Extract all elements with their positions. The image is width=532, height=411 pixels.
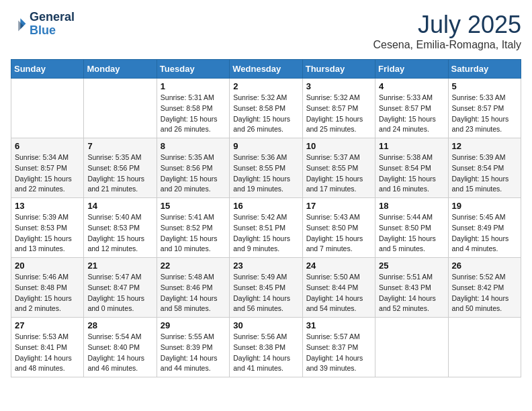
day-number: 16 bbox=[233, 201, 298, 211]
calendar-cell: 27Sunrise: 5:53 AM Sunset: 8:41 PM Dayli… bbox=[11, 318, 84, 377]
calendar-cell: 20Sunrise: 5:46 AM Sunset: 8:48 PM Dayli… bbox=[11, 258, 84, 318]
day-number: 26 bbox=[452, 261, 517, 271]
day-number: 15 bbox=[161, 201, 226, 211]
logo-text: General Blue bbox=[30, 11, 75, 38]
month-title: July 2025 bbox=[373, 11, 521, 39]
day-info: Sunrise: 5:33 AM Sunset: 8:57 PM Dayligh… bbox=[452, 93, 517, 135]
calendar-week-row: 6Sunrise: 5:34 AM Sunset: 8:57 PM Daylig… bbox=[11, 138, 521, 198]
day-of-week-header: Tuesday bbox=[157, 60, 229, 79]
calendar-week-row: 27Sunrise: 5:53 AM Sunset: 8:41 PM Dayli… bbox=[11, 318, 521, 377]
day-number: 14 bbox=[87, 201, 152, 211]
day-info: Sunrise: 5:53 AM Sunset: 8:41 PM Dayligh… bbox=[15, 332, 80, 374]
day-of-week-header: Wednesday bbox=[230, 60, 302, 79]
calendar-cell: 29Sunrise: 5:55 AM Sunset: 8:39 PM Dayli… bbox=[157, 318, 229, 377]
day-number: 27 bbox=[15, 320, 80, 330]
day-info: Sunrise: 5:46 AM Sunset: 8:48 PM Dayligh… bbox=[15, 272, 80, 314]
day-number: 5 bbox=[452, 81, 517, 91]
calendar-cell: 8Sunrise: 5:35 AM Sunset: 8:56 PM Daylig… bbox=[157, 138, 229, 198]
calendar-cell: 30Sunrise: 5:56 AM Sunset: 8:38 PM Dayli… bbox=[230, 318, 302, 377]
day-info: Sunrise: 5:47 AM Sunset: 8:47 PM Dayligh… bbox=[87, 272, 152, 314]
day-of-week-header: Thursday bbox=[302, 60, 375, 79]
calendar-cell: 6Sunrise: 5:34 AM Sunset: 8:57 PM Daylig… bbox=[11, 138, 84, 198]
day-info: Sunrise: 5:34 AM Sunset: 8:57 PM Dayligh… bbox=[15, 152, 80, 195]
logo-icon bbox=[11, 16, 27, 32]
day-of-week-header: Saturday bbox=[448, 60, 521, 79]
calendar-cell: 5Sunrise: 5:33 AM Sunset: 8:57 PM Daylig… bbox=[448, 79, 521, 138]
day-number: 1 bbox=[161, 81, 226, 91]
calendar-cell: 23Sunrise: 5:49 AM Sunset: 8:45 PM Dayli… bbox=[230, 258, 302, 318]
calendar-cell: 21Sunrise: 5:47 AM Sunset: 8:47 PM Dayli… bbox=[84, 258, 157, 318]
day-number: 11 bbox=[379, 141, 444, 151]
day-number: 30 bbox=[233, 320, 298, 330]
location-title: Cesena, Emilia-Romagna, Italy bbox=[373, 39, 521, 51]
calendar-cell: 11Sunrise: 5:38 AM Sunset: 8:54 PM Dayli… bbox=[375, 138, 448, 198]
calendar-cell: 31Sunrise: 5:57 AM Sunset: 8:37 PM Dayli… bbox=[302, 318, 375, 377]
calendar-week-row: 13Sunrise: 5:39 AM Sunset: 8:53 PM Dayli… bbox=[11, 198, 521, 258]
day-info: Sunrise: 5:50 AM Sunset: 8:44 PM Dayligh… bbox=[306, 272, 371, 314]
day-number: 18 bbox=[379, 201, 444, 211]
day-info: Sunrise: 5:52 AM Sunset: 8:42 PM Dayligh… bbox=[452, 272, 517, 314]
calendar-cell: 1Sunrise: 5:31 AM Sunset: 8:58 PM Daylig… bbox=[157, 79, 229, 138]
day-info: Sunrise: 5:35 AM Sunset: 8:56 PM Dayligh… bbox=[87, 152, 152, 195]
calendar-cell: 9Sunrise: 5:36 AM Sunset: 8:55 PM Daylig… bbox=[230, 138, 302, 198]
day-number: 29 bbox=[161, 320, 226, 330]
day-number: 12 bbox=[452, 141, 517, 151]
day-number: 6 bbox=[15, 141, 80, 151]
calendar-cell: 13Sunrise: 5:39 AM Sunset: 8:53 PM Dayli… bbox=[11, 198, 84, 258]
day-info: Sunrise: 5:36 AM Sunset: 8:55 PM Dayligh… bbox=[233, 152, 298, 195]
day-number: 31 bbox=[306, 320, 371, 330]
day-number: 28 bbox=[87, 320, 152, 330]
day-info: Sunrise: 5:48 AM Sunset: 8:46 PM Dayligh… bbox=[161, 272, 226, 314]
day-number: 23 bbox=[233, 261, 298, 271]
day-info: Sunrise: 5:33 AM Sunset: 8:57 PM Dayligh… bbox=[379, 93, 444, 135]
day-info: Sunrise: 5:32 AM Sunset: 8:57 PM Dayligh… bbox=[306, 93, 371, 135]
day-number: 21 bbox=[87, 261, 152, 271]
calendar-cell: 28Sunrise: 5:54 AM Sunset: 8:40 PM Dayli… bbox=[84, 318, 157, 377]
page-header: General Blue July 2025 Cesena, Emilia-Ro… bbox=[11, 11, 521, 51]
day-number: 22 bbox=[161, 261, 226, 271]
day-number: 2 bbox=[233, 81, 298, 91]
day-info: Sunrise: 5:44 AM Sunset: 8:50 PM Dayligh… bbox=[379, 212, 444, 255]
calendar-table: SundayMondayTuesdayWednesdayThursdayFrid… bbox=[11, 59, 521, 377]
day-number: 10 bbox=[306, 141, 371, 151]
day-number: 20 bbox=[15, 261, 80, 271]
calendar-cell: 22Sunrise: 5:48 AM Sunset: 8:46 PM Dayli… bbox=[157, 258, 229, 318]
logo-general: General bbox=[30, 10, 75, 24]
day-info: Sunrise: 5:39 AM Sunset: 8:54 PM Dayligh… bbox=[452, 152, 517, 195]
day-info: Sunrise: 5:49 AM Sunset: 8:45 PM Dayligh… bbox=[233, 272, 298, 314]
day-info: Sunrise: 5:56 AM Sunset: 8:38 PM Dayligh… bbox=[233, 332, 298, 374]
calendar-cell: 17Sunrise: 5:43 AM Sunset: 8:50 PM Dayli… bbox=[302, 198, 375, 258]
calendar-cell: 7Sunrise: 5:35 AM Sunset: 8:56 PM Daylig… bbox=[84, 138, 157, 198]
calendar-cell: 12Sunrise: 5:39 AM Sunset: 8:54 PM Dayli… bbox=[448, 138, 521, 198]
day-info: Sunrise: 5:55 AM Sunset: 8:39 PM Dayligh… bbox=[161, 332, 226, 374]
logo-blue: Blue bbox=[30, 24, 56, 37]
day-info: Sunrise: 5:32 AM Sunset: 8:58 PM Dayligh… bbox=[233, 93, 298, 135]
calendar-cell bbox=[375, 318, 448, 377]
day-info: Sunrise: 5:31 AM Sunset: 8:58 PM Dayligh… bbox=[161, 93, 226, 135]
calendar-cell: 3Sunrise: 5:32 AM Sunset: 8:57 PM Daylig… bbox=[302, 79, 375, 138]
day-info: Sunrise: 5:35 AM Sunset: 8:56 PM Dayligh… bbox=[161, 152, 226, 195]
calendar-header-row: SundayMondayTuesdayWednesdayThursdayFrid… bbox=[11, 60, 521, 79]
day-number: 19 bbox=[452, 201, 517, 211]
day-number: 7 bbox=[87, 141, 152, 151]
day-of-week-header: Monday bbox=[84, 60, 157, 79]
calendar-cell: 15Sunrise: 5:41 AM Sunset: 8:52 PM Dayli… bbox=[157, 198, 229, 258]
day-info: Sunrise: 5:40 AM Sunset: 8:53 PM Dayligh… bbox=[87, 212, 152, 255]
day-info: Sunrise: 5:42 AM Sunset: 8:51 PM Dayligh… bbox=[233, 212, 298, 255]
day-info: Sunrise: 5:37 AM Sunset: 8:55 PM Dayligh… bbox=[306, 152, 371, 195]
calendar-cell: 10Sunrise: 5:37 AM Sunset: 8:55 PM Dayli… bbox=[302, 138, 375, 198]
day-number: 9 bbox=[233, 141, 298, 151]
day-of-week-header: Sunday bbox=[11, 60, 84, 79]
day-info: Sunrise: 5:43 AM Sunset: 8:50 PM Dayligh… bbox=[306, 212, 371, 255]
day-info: Sunrise: 5:39 AM Sunset: 8:53 PM Dayligh… bbox=[15, 212, 80, 255]
calendar-cell: 14Sunrise: 5:40 AM Sunset: 8:53 PM Dayli… bbox=[84, 198, 157, 258]
day-of-week-header: Friday bbox=[375, 60, 448, 79]
day-number: 17 bbox=[306, 201, 371, 211]
day-info: Sunrise: 5:45 AM Sunset: 8:49 PM Dayligh… bbox=[452, 212, 517, 255]
day-info: Sunrise: 5:38 AM Sunset: 8:54 PM Dayligh… bbox=[379, 152, 444, 195]
day-number: 8 bbox=[161, 141, 226, 151]
day-info: Sunrise: 5:57 AM Sunset: 8:37 PM Dayligh… bbox=[306, 332, 371, 374]
calendar-cell: 25Sunrise: 5:51 AM Sunset: 8:43 PM Dayli… bbox=[375, 258, 448, 318]
calendar-week-row: 1Sunrise: 5:31 AM Sunset: 8:58 PM Daylig… bbox=[11, 79, 521, 138]
calendar-cell bbox=[448, 318, 521, 377]
